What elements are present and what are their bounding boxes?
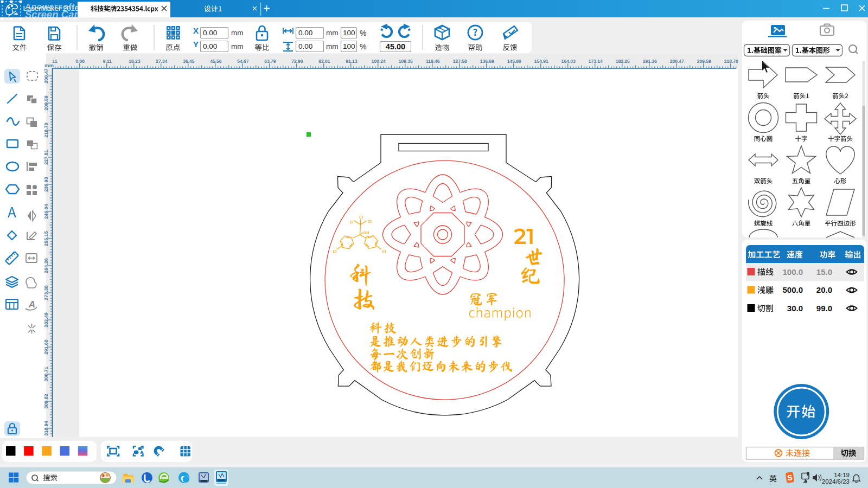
svg-text:200.47: 200.47 xyxy=(43,68,49,84)
svg-text:300.71: 300.71 xyxy=(43,367,49,382)
svg-text:11: 11 xyxy=(53,59,58,64)
svg-text:82.01: 82.01 xyxy=(318,59,330,64)
svg-text:246.04: 246.04 xyxy=(43,204,49,219)
svg-text:255.15: 255.15 xyxy=(43,231,49,246)
svg-text:218.70: 218.70 xyxy=(43,123,49,138)
svg-text:45.56: 45.56 xyxy=(210,59,222,64)
svg-text:mm: mm xyxy=(326,42,339,50)
svg-text:A: A xyxy=(28,299,35,310)
svg-text:273.38: 273.38 xyxy=(43,285,49,300)
svg-text:0.00: 0.00 xyxy=(203,29,217,37)
svg-text:136.69: 136.69 xyxy=(480,59,494,64)
svg-text:500.0: 500.0 xyxy=(782,285,803,294)
svg-text:72.90: 72.90 xyxy=(291,59,303,64)
svg-text:100.24: 100.24 xyxy=(372,59,386,64)
svg-text:227.81: 227.81 xyxy=(43,150,49,165)
svg-text:291.60: 291.60 xyxy=(43,339,49,355)
svg-text:X: X xyxy=(193,26,199,35)
svg-text:9.11: 9.11 xyxy=(103,59,112,64)
svg-text:mm: mm xyxy=(326,29,339,37)
svg-text:109.35: 109.35 xyxy=(399,59,413,64)
svg-text:%: % xyxy=(360,42,366,51)
svg-text:15.0: 15.0 xyxy=(816,267,832,277)
svg-text:63.79: 63.79 xyxy=(264,59,276,64)
svg-text:218.70: 218.70 xyxy=(724,59,738,64)
svg-text:318.94: 318.94 xyxy=(43,421,49,436)
svg-text:14:19: 14:19 xyxy=(834,472,850,478)
svg-text:209.59: 209.59 xyxy=(697,59,711,64)
svg-text:309.82: 309.82 xyxy=(43,394,49,409)
svg-text:0.00: 0.00 xyxy=(203,42,217,50)
svg-text:mm: mm xyxy=(231,29,244,37)
svg-text:%: % xyxy=(360,29,366,37)
svg-text:282.49: 282.49 xyxy=(43,312,49,328)
svg-text:118.46: 118.46 xyxy=(426,59,440,64)
svg-text:100: 100 xyxy=(343,42,355,50)
svg-text:45.00: 45.00 xyxy=(386,42,405,51)
svg-text:154.91: 154.91 xyxy=(534,59,548,64)
svg-text:236.93: 236.93 xyxy=(43,177,49,192)
svg-text:99.0: 99.0 xyxy=(816,304,832,313)
svg-text:264.26: 264.26 xyxy=(43,258,49,273)
svg-text:20.0: 20.0 xyxy=(816,285,832,294)
svg-text:30.0: 30.0 xyxy=(787,304,803,313)
svg-text:100: 100 xyxy=(343,29,355,37)
svg-text:127.58: 127.58 xyxy=(453,59,467,64)
svg-text:173.14: 173.14 xyxy=(589,59,603,64)
svg-text:Y: Y xyxy=(193,40,199,49)
svg-text:mm: mm xyxy=(231,42,244,50)
svg-text:0.00: 0.00 xyxy=(298,29,312,37)
svg-text:0.00: 0.00 xyxy=(298,42,312,50)
svg-text:36.45: 36.45 xyxy=(183,59,195,64)
svg-text:145.80: 145.80 xyxy=(507,59,521,64)
svg-text:100.0: 100.0 xyxy=(782,267,803,277)
svg-text:Screen Capture Pro: Screen Capture Pro xyxy=(25,9,119,20)
svg-text:191.36: 191.36 xyxy=(643,59,657,64)
svg-text:200.47: 200.47 xyxy=(670,59,684,64)
svg-text:54.67: 54.67 xyxy=(237,59,249,64)
svg-text:164.03: 164.03 xyxy=(561,59,576,64)
svg-text:91.13: 91.13 xyxy=(346,59,358,64)
svg-text:209.59: 209.59 xyxy=(43,95,49,111)
svg-text:0.00: 0.00 xyxy=(76,59,85,64)
svg-text:182.25: 182.25 xyxy=(616,59,630,64)
svg-text:18.23: 18.23 xyxy=(129,59,141,64)
svg-text:2024/6/23: 2024/6/23 xyxy=(822,478,850,485)
svg-text:27.34: 27.34 xyxy=(156,59,168,64)
